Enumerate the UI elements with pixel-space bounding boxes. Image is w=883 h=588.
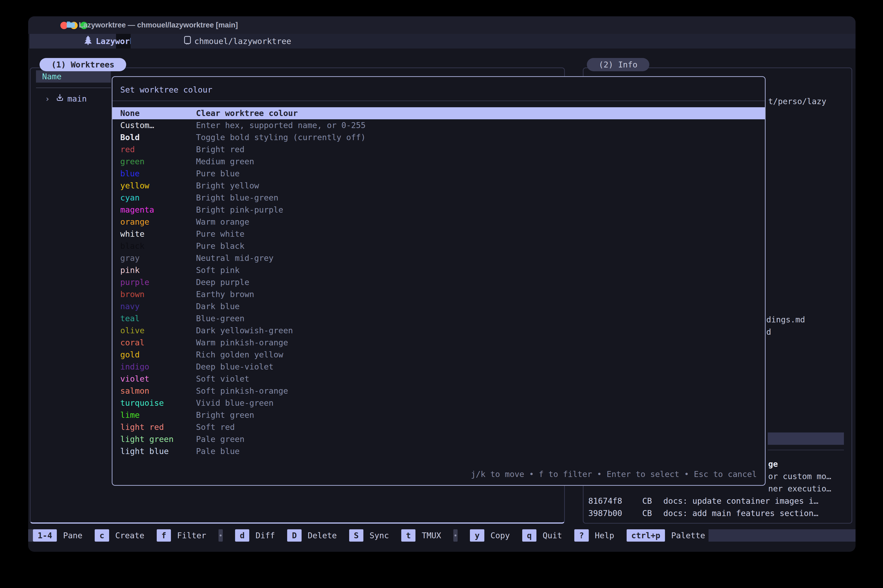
- key-badge-t[interactable]: t: [401, 529, 415, 542]
- key-label-copy: Copy: [490, 531, 510, 540]
- colour-option-desc: Earthy brown: [196, 288, 254, 300]
- statusbar-left-stub: [28, 529, 33, 542]
- colour-option-row[interactable]: black Pure black: [112, 240, 765, 252]
- colour-option-row[interactable]: coral Warm pinkish-orange: [112, 337, 765, 349]
- colour-option-row[interactable]: Bold Toggle bold styling (currently off): [112, 131, 765, 144]
- colour-option-row[interactable]: teal Blue-green: [112, 312, 765, 324]
- colour-option-desc: Warm pinkish-orange: [196, 337, 288, 349]
- colour-option-row[interactable]: violet Soft violet: [112, 373, 765, 385]
- colour-option-name: indigo: [120, 361, 196, 373]
- colour-option-name: None: [120, 107, 196, 119]
- colour-option-row[interactable]: light green Pale green: [112, 433, 765, 445]
- colour-option-desc: Deep blue-violet: [196, 361, 274, 373]
- colour-option-row[interactable]: orange Warm orange: [112, 216, 765, 228]
- colour-option-name: white: [120, 228, 196, 240]
- worktrees-panel-tab[interactable]: (1) Worktrees: [39, 58, 126, 71]
- key-badge-q[interactable]: q: [522, 529, 537, 542]
- colour-option-desc: Deep purple: [196, 276, 249, 288]
- colour-option-desc: Pure blue: [196, 168, 240, 180]
- colour-option-row[interactable]: light red Soft red: [112, 421, 765, 433]
- key-badge--[interactable]: ?: [574, 529, 589, 542]
- colour-option-desc: Pale blue: [196, 445, 240, 458]
- colour-option-desc: Pure white: [196, 228, 244, 240]
- key-badge-d[interactable]: D: [287, 529, 301, 542]
- colour-option-name: yellow: [120, 180, 196, 192]
- colour-option-name: brown: [120, 288, 196, 300]
- statusbar-separator: [453, 529, 457, 542]
- colour-option-row[interactable]: white Pure white: [112, 228, 765, 240]
- chevron-right-icon: ›: [45, 94, 50, 104]
- colour-option-name: light green: [120, 433, 196, 445]
- colour-option-row[interactable]: brown Earthy brown: [112, 288, 765, 300]
- commit-row: 3987b00 CB docs: add main features secti…: [588, 507, 819, 519]
- info-file-fragment-2: d: [766, 327, 771, 337]
- commit-flags: CB: [642, 507, 663, 519]
- colour-option-row[interactable]: purple Deep purple: [112, 276, 765, 288]
- info-heading-fragment: ge: [768, 459, 778, 469]
- colour-option-row[interactable]: cyan Bright blue-green: [112, 192, 765, 204]
- colour-option-name: gray: [120, 252, 196, 264]
- colour-option-desc: Warm orange: [196, 216, 249, 228]
- set-worktree-colour-modal: Set worktree colour None Clear worktree …: [112, 76, 766, 486]
- colour-option-desc: Bright pink-purple: [196, 204, 283, 216]
- colour-option-row[interactable]: yellow Bright yellow: [112, 180, 765, 192]
- colour-option-desc: Medium green: [196, 156, 254, 168]
- colour-option-row[interactable]: gold Rich golden yellow: [112, 349, 765, 361]
- commit-message: docs: add main features section…: [663, 507, 819, 519]
- info-selected-bar: [768, 432, 844, 445]
- worktrees-header-divider: [36, 88, 111, 88]
- colour-option-row[interactable]: salmon Soft pinkish-orange: [112, 385, 765, 397]
- key-badge-y[interactable]: y: [470, 529, 484, 542]
- colour-option-desc: Blue-green: [196, 312, 244, 324]
- colour-option-name: orange: [120, 216, 196, 228]
- colour-option-name: turquoise: [120, 397, 196, 409]
- colour-option-name: pink: [120, 264, 196, 276]
- key-label-create: Create: [115, 531, 144, 540]
- colour-option-row[interactable]: green Medium green: [112, 156, 765, 168]
- colour-option-row[interactable]: navy Dark blue: [112, 300, 765, 312]
- colour-option-desc: Bright yellow: [196, 180, 259, 192]
- colour-option-row[interactable]: blue Pure blue: [112, 168, 765, 180]
- tab-app[interactable]: Lazyworktree: [29, 34, 116, 48]
- info-panel-tab[interactable]: (2) Info: [587, 58, 649, 71]
- colour-option-name: blue: [120, 168, 196, 180]
- key-label-help: Help: [595, 531, 614, 540]
- statusbar: 1-4PanecCreatefFilterdDiffDDeleteSSynctT…: [28, 529, 856, 542]
- key-badge-1-4[interactable]: 1-4: [33, 529, 57, 542]
- key-badge-ctrl-p[interactable]: ctrl+p: [627, 529, 665, 542]
- key-badge-c[interactable]: c: [95, 529, 109, 542]
- colour-option-row[interactable]: lime Bright green: [112, 409, 765, 421]
- commit-hash: 3987b00: [588, 507, 642, 519]
- key-label-filter: Filter: [177, 531, 206, 540]
- colour-option-desc: Soft red: [196, 421, 235, 433]
- colour-option-name: lime: [120, 409, 196, 421]
- commit-row: 81674f8 CB docs: update container images…: [588, 495, 819, 507]
- key-badge-f[interactable]: f: [157, 529, 171, 542]
- colour-option-row[interactable]: pink Soft pink: [112, 264, 765, 276]
- key-label-diff: Diff: [255, 531, 275, 540]
- colour-option-row[interactable]: turquoise Vivid blue-green: [112, 397, 765, 409]
- colour-option-name: Bold: [120, 131, 196, 144]
- tab-repo[interactable]: chmouel/lazyworktree: [131, 34, 856, 48]
- colour-option-row[interactable]: olive Dark yellowish-green: [112, 324, 765, 337]
- colour-option-desc: Neutral mid-grey: [196, 252, 274, 264]
- info-divider: [768, 450, 844, 450]
- key-label-tmux: TMUX: [421, 531, 441, 540]
- colour-option-row[interactable]: light blue Pale blue: [112, 445, 765, 458]
- key-label-pane: Pane: [63, 531, 82, 540]
- key-badge-s[interactable]: S: [349, 529, 363, 542]
- tab-repo-label: chmouel/lazyworktree: [194, 36, 291, 46]
- colour-option-row[interactable]: Custom… Enter hex, supported name, or 0-…: [112, 119, 765, 131]
- info-line-fragment: or custom mo…: [768, 471, 831, 482]
- colour-option-list: None Clear worktree colour Custom… Enter…: [112, 107, 765, 458]
- colour-option-row[interactable]: magenta Bright pink-purple: [112, 204, 765, 216]
- colour-option-row[interactable]: None Clear worktree colour: [112, 107, 765, 119]
- colour-option-row[interactable]: indigo Deep blue-violet: [112, 361, 765, 373]
- colour-option-name: light blue: [120, 445, 196, 458]
- worktree-row-main[interactable]: › main: [36, 92, 87, 105]
- colour-option-desc: Pale green: [196, 433, 244, 445]
- colour-option-row[interactable]: gray Neutral mid-grey: [112, 252, 765, 264]
- colour-option-name: violet: [120, 373, 196, 385]
- colour-option-row[interactable]: red Bright red: [112, 144, 765, 156]
- key-badge-d[interactable]: d: [235, 529, 249, 542]
